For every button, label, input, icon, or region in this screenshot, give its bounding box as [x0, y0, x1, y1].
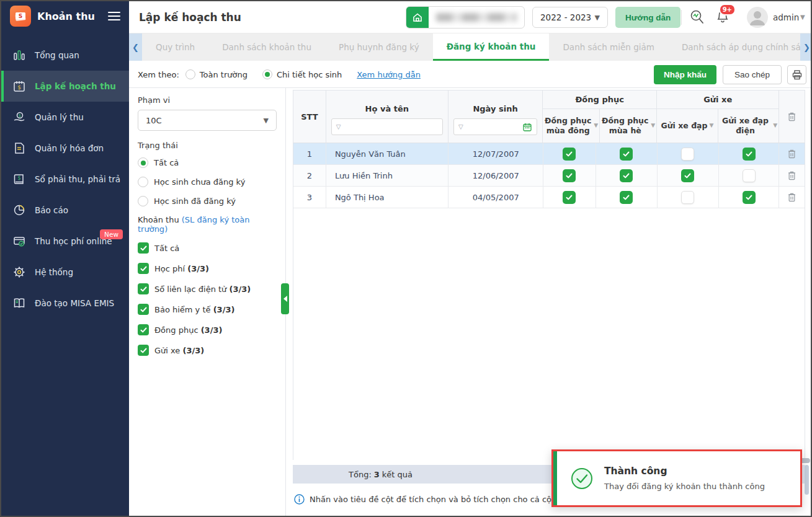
collapse-panel-handle[interactable]: [281, 283, 289, 314]
cell-check-0: [543, 165, 596, 186]
col-header-dong-phuc-mua-he[interactable]: Đồng phục mùa hè▼: [600, 109, 656, 143]
user-menu-chevron-icon[interactable]: ▼: [800, 14, 805, 20]
filter-panel: Phạm vi 10C ▼ Trạng thái Tất cả Học sinh…: [129, 88, 285, 516]
print-button[interactable]: [787, 65, 806, 84]
status-label: Trạng thái: [138, 141, 277, 150]
checkbox-checked-icon[interactable]: [743, 191, 756, 204]
view-guide-link[interactable]: Xem hướng dẫn: [357, 70, 421, 79]
sidebar-item-0[interactable]: Tổng quan: [1, 40, 129, 71]
user-avatar[interactable]: [747, 7, 768, 28]
col-group-gui-xe: Gửi xe Gửi xe đạp▼ Gửi xe đạp điện▼: [657, 91, 779, 143]
import-button[interactable]: Nhập khẩu: [654, 65, 716, 84]
sidebar-item-3[interactable]: Quản lý hóa đơn: [1, 133, 129, 164]
tab-4[interactable]: Danh sách miễn giảm: [549, 33, 667, 61]
checkbox-checked-icon[interactable]: [620, 148, 633, 161]
checkbox-checked-icon[interactable]: [743, 148, 756, 161]
cell-check-2: [658, 187, 720, 208]
school-year-select[interactable]: 2022 - 2023 ▼: [532, 7, 608, 28]
trash-icon[interactable]: [787, 148, 797, 159]
school-name-redacted: [436, 13, 517, 22]
notifications-button[interactable]: 9+: [715, 7, 731, 25]
checkbox-unchecked-icon[interactable]: [681, 148, 694, 161]
checkbox-checked-icon[interactable]: [563, 169, 576, 182]
cell-delete: [779, 187, 805, 208]
trash-icon[interactable]: [787, 170, 797, 181]
fee-checkbox-4[interactable]: Đồng phục (3/3): [138, 324, 277, 335]
quick-search-icon[interactable]: [689, 9, 706, 26]
status-radio-label: Học sinh chưa đăng ký: [154, 177, 245, 187]
checkbox-checked-icon[interactable]: [681, 169, 694, 182]
tab-3[interactable]: Đăng ký khoản thu: [433, 33, 550, 61]
checkbox-checked-icon[interactable]: [563, 148, 576, 161]
success-check-icon: [569, 466, 594, 491]
fee-checkbox-3[interactable]: Bảo hiểm y tế (3/3): [138, 304, 277, 315]
checkbox-unchecked-icon[interactable]: [681, 191, 694, 204]
col-header-delete[interactable]: [779, 91, 805, 143]
sort-chevron-icon: ▼: [709, 122, 713, 129]
status-radio-2[interactable]: Học sinh đã đăng ký: [138, 196, 277, 206]
col-header-gui-xe-dap-dien[interactable]: Gửi xe đạp điện▼: [718, 109, 779, 143]
vertical-scrollbar[interactable]: [805, 465, 809, 495]
sidebar-item-6[interactable]: Thu học phí online New: [1, 226, 129, 257]
tabs-scroll-left-icon[interactable]: ❮: [129, 33, 142, 61]
sidebar-item-label: Quản lý thu: [35, 112, 84, 122]
school-selector[interactable]: [406, 6, 525, 29]
tab-0[interactable]: Quy trình: [142, 33, 208, 61]
status-radio-0[interactable]: Tất cả: [138, 157, 277, 168]
scope-select[interactable]: 10C ▼: [138, 110, 277, 131]
tabs-scroll-right-icon[interactable]: ❯: [800, 33, 812, 61]
sidebar-item-label: Quản lý hóa đơn: [35, 143, 104, 153]
sidebar-header: S Khoản thu: [1, 1, 129, 31]
toast-title: Thành công: [604, 466, 765, 477]
tab-5[interactable]: Danh sách áp dụng chính sác: [668, 33, 800, 61]
checkbox-checked-icon[interactable]: [563, 191, 576, 204]
dob-filter-input[interactable]: ▽: [453, 118, 537, 135]
cell-stt: 3: [293, 187, 326, 208]
tab-1[interactable]: Danh sách khoản thu: [208, 33, 325, 61]
tab-2[interactable]: Phụ huynh đăng ký: [325, 33, 433, 61]
cell-dob: 12/06/2007: [448, 165, 543, 186]
fee-checkbox-1[interactable]: Học phí (3/3): [138, 263, 277, 274]
checkbox-unchecked-icon[interactable]: [743, 169, 756, 182]
info-icon: [294, 494, 305, 505]
total-suffix: kết quả: [382, 470, 413, 479]
cell-delete: [779, 165, 805, 186]
fee-checkbox-label: Sổ liên lạc điện tử (3/3): [154, 285, 251, 294]
calendar-dollar-icon: $: [11, 79, 27, 93]
col-header-dong-phuc-mua-dong[interactable]: Đồng phục mùa đông▼: [543, 109, 600, 143]
sidebar-item-1[interactable]: $ Lập kế hoạch thu: [1, 71, 129, 102]
table-row-0[interactable]: 1 Nguyễn Văn Tuân 12/07/2007: [293, 143, 805, 165]
table-row-1[interactable]: 2 Lưu Hiền Trinh 12/06/2007: [293, 165, 805, 187]
fee-checkbox-5[interactable]: Gửi xe (3/3): [138, 345, 277, 356]
sidebar-item-label: Đào tạo MISA EMIS: [35, 298, 114, 308]
sidebar-item-2[interactable]: $ Quản lý thu: [1, 102, 129, 133]
hamburger-menu-icon[interactable]: [108, 9, 120, 23]
sidebar-item-4[interactable]: $ Sổ phải thu, phải trả: [1, 164, 129, 195]
cell-check-3: [719, 165, 779, 186]
checkbox-checked-icon[interactable]: [620, 169, 633, 182]
hint-note: Nhấn vào tiêu đề cột để tích chọn và bỏ …: [294, 494, 555, 505]
guide-button[interactable]: Hướng dẫn: [615, 7, 680, 28]
fee-checkbox-2[interactable]: Sổ liên lạc điện tử (3/3): [138, 283, 277, 294]
fee-checkbox-0[interactable]: Tất cả: [138, 242, 277, 254]
name-filter-input[interactable]: ▽: [331, 118, 443, 135]
trash-icon[interactable]: [787, 192, 797, 203]
calendar-icon[interactable]: [522, 122, 532, 132]
page-title: Lập kế hoạch thu: [139, 11, 241, 24]
user-name[interactable]: admin: [773, 12, 799, 22]
copy-button[interactable]: Sao chép: [723, 65, 782, 84]
cell-check-1: [596, 143, 658, 164]
table-row-2[interactable]: 3 Ngô Thị Hoa 04/05/2007: [293, 187, 805, 208]
sidebar-item-7[interactable]: Hệ thống: [1, 257, 129, 288]
status-radio-1[interactable]: Học sinh chưa đăng ký: [138, 177, 277, 187]
sidebar-item-5[interactable]: Báo cáo: [1, 195, 129, 226]
fee-checkbox-label: Bảo hiểm y tế (3/3): [154, 305, 234, 314]
col-header-gui-xe-dap[interactable]: Gửi xe đạp▼: [657, 109, 718, 143]
sidebar-item-8[interactable]: Đào tạo MISA EMIS: [1, 288, 129, 319]
ledger-dollar-icon: $: [11, 172, 27, 186]
checkbox-checked-icon[interactable]: [620, 191, 633, 204]
view-radio-1[interactable]: Chi tiết học sinh: [262, 69, 342, 79]
view-radio-0[interactable]: Toàn trường: [185, 69, 248, 79]
svg-text:$: $: [17, 84, 21, 91]
checkbox-checked-icon: [138, 263, 149, 274]
